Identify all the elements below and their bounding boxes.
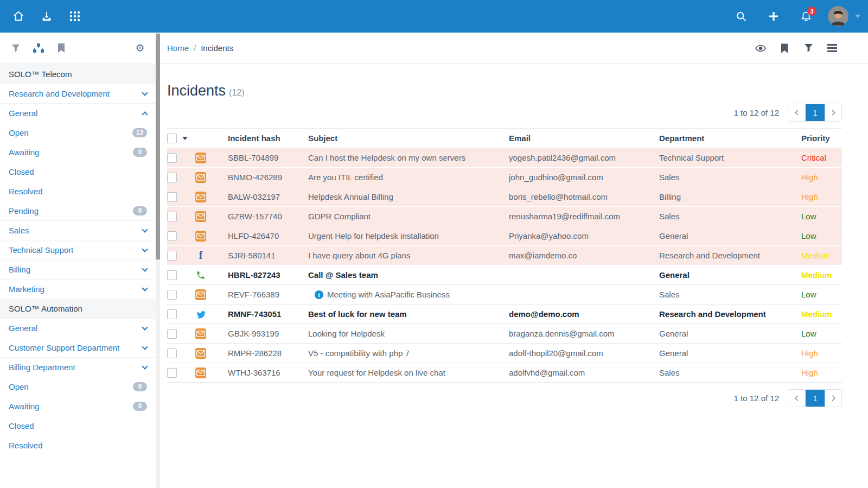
list-menu-icon[interactable] [827, 43, 838, 54]
sidebar-item-marketing[interactable]: Marketing [0, 279, 156, 299]
current-page-button[interactable]: 1 [805, 104, 825, 121]
incident-department: Technical Support [659, 153, 801, 162]
table-row[interactable]: f SJRI-580141 I have query about 4G plan… [167, 246, 842, 265]
sidebar-item-general[interactable]: General [0, 318, 156, 338]
bookmark-icon[interactable] [779, 43, 790, 54]
incident-hash: HLFD-426470 [228, 231, 308, 240]
select-all-checkbox[interactable] [167, 134, 177, 143]
table-row[interactable]: HLFD-426470 Urgent Help for helpdesk ins… [167, 226, 842, 246]
sidebar-item-general[interactable]: General [0, 103, 156, 123]
twitter-channel-icon [195, 309, 206, 320]
table-row[interactable]: GBJK-993199 Looking for Helpdesk braganz… [167, 324, 842, 344]
incident-priority: Low [801, 329, 842, 338]
row-checkbox[interactable] [167, 251, 177, 261]
incident-email: Priyanka@yahoo.com [509, 231, 659, 240]
current-page-button[interactable]: 1 [805, 390, 825, 407]
prev-page-button[interactable] [788, 104, 805, 121]
bookmark-icon[interactable] [55, 42, 67, 54]
table-row[interactable]: SBBL-704899 Can I host the Helpdesk on m… [167, 148, 842, 168]
incident-priority: Medium [801, 309, 842, 319]
incident-email: renusharma19@rediffmail.com [509, 212, 659, 221]
table-row[interactable]: GZBW-157740 GDPR Compliant renusharma19@… [167, 207, 842, 226]
notification-count-badge: 3 [807, 7, 816, 16]
incident-hash: RMNF-743051 [228, 309, 308, 319]
column-header-department[interactable]: Department [659, 134, 801, 143]
sidebar-item-billing[interactable]: Billing [0, 259, 156, 279]
apps-grid-icon[interactable] [64, 5, 86, 27]
sidebar-item-awaiting[interactable]: Awaiting 0 [0, 396, 156, 416]
chevron-icon [142, 246, 148, 252]
incident-hash: HBRL-827243 [228, 270, 308, 280]
breadcrumb: Home / Incidents [167, 43, 233, 53]
incident-subject: I have query about 4G plans [308, 251, 509, 260]
table-row[interactable]: RMPR-286228 V5 - compatibility with php … [167, 344, 842, 363]
row-checkbox[interactable] [167, 153, 177, 163]
table-row[interactable]: REVF-766389 i Meeting with AsiaPacific B… [167, 285, 842, 305]
prev-page-button[interactable] [788, 390, 805, 407]
column-header-email[interactable]: Email [509, 134, 659, 143]
sidebar-item-customer-support-department[interactable]: Customer Support Department [0, 338, 156, 357]
sidebar-item-billing-department[interactable]: Billing Department [0, 357, 156, 377]
sidebar-item-resolved[interactable]: Resolved [0, 181, 156, 201]
row-checkbox[interactable] [167, 212, 177, 221]
breadcrumb-current: Incidents [201, 43, 233, 53]
row-checkbox[interactable] [167, 309, 177, 319]
filter-icon[interactable] [10, 42, 22, 54]
incident-email: john_gudhino@gmail.com [509, 173, 659, 182]
next-page-button[interactable] [825, 104, 841, 121]
download-icon[interactable] [36, 5, 58, 27]
column-header-priority[interactable]: Priority [801, 134, 842, 143]
column-header-incident-hash[interactable]: Incident hash [228, 134, 308, 143]
row-checkbox[interactable] [167, 329, 177, 339]
email-channel-icon [195, 348, 206, 359]
row-checkbox[interactable] [167, 231, 177, 241]
incident-email: yogesh.patil2436@gmail.com [509, 153, 659, 162]
table-row[interactable]: WTHJ-363716 Your request for Helpdesk on… [167, 363, 842, 383]
sidebar-item-pending[interactable]: Pending 0 [0, 201, 156, 220]
pagination-summary: 1 to 12 of 12 [734, 394, 779, 403]
table-row[interactable]: RMNF-743051 Best of luck for new team de… [167, 305, 842, 324]
select-dropdown-caret-icon[interactable] [182, 137, 188, 140]
user-avatar[interactable] [828, 6, 848, 27]
sidebar-item-closed[interactable]: Closed [0, 162, 156, 181]
sidebar-scrollbar[interactable] [156, 33, 160, 488]
sidebar-item-open[interactable]: Open 13 [0, 123, 156, 142]
sidebar-item-closed[interactable]: Closed [0, 416, 156, 435]
filter-icon[interactable] [803, 43, 814, 54]
notifications-bell-icon[interactable]: 3 [795, 5, 817, 27]
breadcrumb-home-link[interactable]: Home [167, 43, 189, 53]
home-icon[interactable] [8, 5, 29, 27]
row-checkbox[interactable] [167, 270, 177, 280]
incident-priority: Low [801, 212, 842, 221]
incident-subject: V5 - compatibility with php 7 [308, 348, 509, 358]
column-header-subject[interactable]: Subject [308, 134, 509, 143]
eye-icon[interactable] [755, 43, 766, 54]
sidebar-item-research-and-development[interactable]: Research and Development [0, 84, 156, 103]
sidebar-scrollbar-thumb[interactable] [156, 34, 160, 259]
incident-email: adolf-thopil20@gmail.com [509, 348, 659, 358]
table-row[interactable]: BNMO-426289 Are you ITIL certified john_… [167, 168, 842, 187]
add-icon[interactable] [763, 5, 784, 27]
email-channel-icon [195, 153, 206, 163]
row-checkbox[interactable] [167, 368, 177, 378]
sidebar-item-sales[interactable]: Sales [0, 220, 156, 240]
next-page-button[interactable] [825, 390, 841, 407]
row-checkbox[interactable] [167, 348, 177, 358]
sidebar-item-resolved[interactable]: Resolved [0, 435, 156, 455]
search-icon[interactable] [730, 5, 752, 27]
sidebar-item-awaiting[interactable]: Awaiting 0 [0, 142, 156, 162]
row-checkbox[interactable] [167, 173, 177, 182]
incident-department: General [659, 231, 801, 240]
sidebar-item-technical-support[interactable]: Technical Support [0, 240, 156, 259]
user-menu-caret-icon[interactable] [855, 15, 860, 18]
table-row[interactable]: HBRL-827243 Call @ Sales team General Me… [167, 265, 842, 285]
table-row[interactable]: BALW-032197 Helpdesk Annual Billing bori… [167, 187, 842, 207]
incident-priority: Medium [801, 270, 842, 280]
sitemap-icon[interactable] [33, 42, 44, 54]
incident-hash: WTHJ-363716 [228, 368, 308, 377]
settings-gear-icon[interactable]: ⚙ [134, 42, 146, 54]
incident-subject: Your request for Helpdesk on live chat [308, 368, 509, 377]
sidebar-item-open[interactable]: Open 0 [0, 377, 156, 396]
row-checkbox[interactable] [167, 290, 177, 300]
row-checkbox[interactable] [167, 192, 177, 202]
